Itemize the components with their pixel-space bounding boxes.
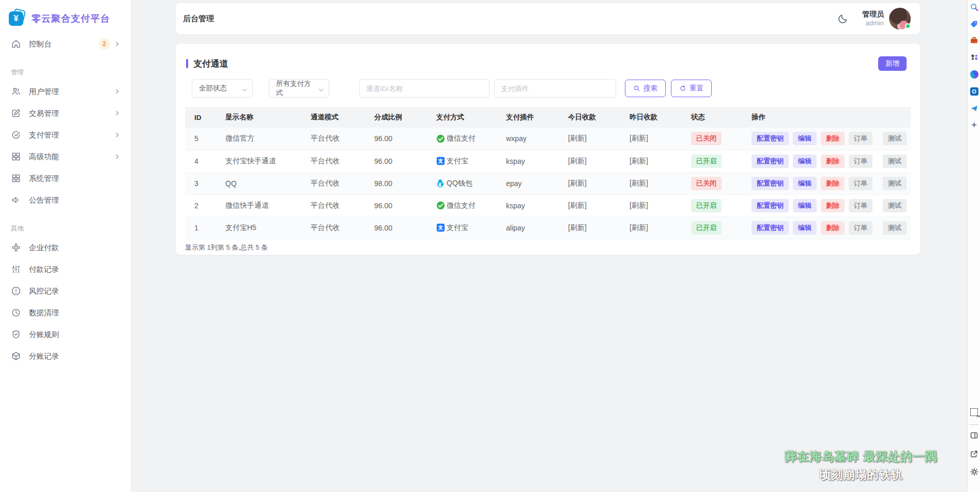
- sidebar-item-dashboard[interactable]: 控制台 2: [0, 33, 131, 55]
- chevron-right-icon: [114, 110, 120, 116]
- subtitle-overlay: 葬在海岛墓碑 最深处的一隅 顷刻崩塌的铁轨: [778, 449, 944, 483]
- page-title: 后台管理: [183, 14, 214, 24]
- sidebar-section-management: 管理: [0, 68, 131, 78]
- channels-table: ID 显示名称 通道模式 分成比例 支付方式 支付插件 今日收款 昨日收款 状态…: [185, 107, 911, 239]
- configure-key-button[interactable]: 配置密钥: [752, 177, 789, 190]
- search-extension-icon[interactable]: [969, 2, 979, 12]
- channel-id-name-input[interactable]: [359, 79, 489, 98]
- add-extension-button[interactable]: +: [969, 120, 979, 130]
- loop-extension-icon[interactable]: [969, 69, 979, 79]
- refresh-yesterday-link[interactable]: [刷新]: [630, 201, 648, 209]
- user-avatar[interactable]: [889, 8, 911, 29]
- refresh-yesterday-link[interactable]: [刷新]: [630, 179, 648, 187]
- test-button[interactable]: 测试: [883, 221, 907, 235]
- user-name: 管理员: [862, 10, 884, 19]
- open-external-icon[interactable]: [969, 449, 979, 459]
- configure-key-button[interactable]: 配置密钥: [752, 155, 789, 168]
- sidebar-item-transaction-management[interactable]: 交易管理: [0, 102, 131, 124]
- table-row: 3 QQ 平台代收 98.00 QQ钱包 epay [刷新] [刷新] 已关闭 …: [185, 172, 911, 194]
- sidebar-item-announcement-management[interactable]: 公告管理: [0, 189, 131, 211]
- refresh-yesterday-link[interactable]: [刷新]: [630, 157, 648, 165]
- wechat-pay-icon: [436, 201, 445, 210]
- test-button[interactable]: 测试: [883, 199, 907, 212]
- refresh-yesterday-link[interactable]: [刷新]: [630, 223, 648, 232]
- sidebar-item-payment-management[interactable]: 支付管理: [0, 124, 131, 146]
- sidebar-item-advanced-features[interactable]: 高级功能: [0, 146, 131, 167]
- cluster-icon: [11, 242, 21, 253]
- chess-extension-icon[interactable]: [969, 52, 979, 62]
- split-view-icon[interactable]: [969, 431, 979, 440]
- plugin-input[interactable]: [494, 79, 616, 98]
- test-button[interactable]: 测试: [883, 132, 907, 145]
- refresh-today-link[interactable]: [刷新]: [568, 201, 587, 209]
- configure-key-button[interactable]: 配置密钥: [752, 199, 789, 212]
- reset-button[interactable]: 重置: [671, 80, 712, 97]
- orders-button[interactable]: 订单: [849, 132, 872, 145]
- briefcase-extension-icon[interactable]: [969, 36, 979, 45]
- grid-icon: [11, 173, 21, 183]
- tag-extension-icon[interactable]: [969, 19, 979, 29]
- chevron-down-icon: [318, 87, 324, 93]
- refresh-today-link[interactable]: [刷新]: [568, 134, 587, 142]
- sidebar-item-user-management[interactable]: 用户管理: [0, 81, 131, 102]
- edit-button[interactable]: 编辑: [793, 199, 817, 212]
- edit-button[interactable]: 编辑: [793, 221, 817, 235]
- chevron-right-icon: [114, 88, 120, 95]
- sidebar-item-split-rules[interactable]: 分账规则: [0, 324, 131, 345]
- test-button[interactable]: 测试: [883, 177, 907, 190]
- search-icon: [633, 85, 640, 92]
- sidebar-section-other: 其他: [0, 224, 131, 234]
- sidebar: ¥ 零云聚合支付平台 控制台 2 管理 用户管理 交易管理 支付管理 高级功能 …: [0, 0, 131, 492]
- status-badge: 已开启: [691, 221, 722, 235]
- delete-button[interactable]: 删除: [821, 155, 845, 168]
- sidebar-item-data-cleanup[interactable]: 数据清理: [0, 302, 131, 324]
- edit-button[interactable]: 编辑: [793, 177, 817, 190]
- delete-button[interactable]: 删除: [821, 199, 845, 212]
- refresh-today-link[interactable]: [刷新]: [568, 223, 587, 232]
- delete-button[interactable]: 删除: [821, 221, 845, 235]
- configure-key-button[interactable]: 配置密钥: [752, 132, 789, 145]
- orders-button[interactable]: 订单: [849, 155, 872, 168]
- edit-button[interactable]: 编辑: [793, 132, 817, 145]
- add-channel-button[interactable]: 新增: [878, 56, 907, 71]
- subtitle-line-1: 葬在海岛墓碑 最深处的一隅: [778, 449, 944, 465]
- telegram-extension-icon[interactable]: [969, 103, 979, 113]
- edit-icon: [11, 108, 21, 118]
- settings-gear-icon[interactable]: [969, 467, 979, 476]
- top-header: 后台管理 管理员 admin: [176, 3, 920, 34]
- payment-channels-panel: 支付通道 新增 全部状态 所有支付方式 搜索 重置: [176, 44, 920, 255]
- brand-title: 零云聚合支付平台: [32, 12, 110, 25]
- chevron-right-icon: [114, 41, 120, 47]
- orders-button[interactable]: 订单: [849, 177, 872, 190]
- orders-button[interactable]: 订单: [849, 221, 872, 235]
- refresh-icon: [679, 85, 686, 92]
- status-badge: 已关闭: [691, 177, 722, 190]
- search-button[interactable]: 搜索: [625, 80, 666, 97]
- test-button[interactable]: 测试: [883, 155, 907, 168]
- screenshot-tool-icon[interactable]: ✂: [969, 407, 979, 417]
- online-status-dot: [905, 23, 911, 29]
- delete-button[interactable]: 删除: [821, 177, 845, 190]
- outlook-extension-icon[interactable]: O: [969, 86, 979, 96]
- configure-key-button[interactable]: 配置密钥: [752, 221, 789, 235]
- refresh-today-link[interactable]: [刷新]: [568, 157, 587, 165]
- orders-button[interactable]: 订单: [849, 199, 872, 212]
- grid-icon: [11, 151, 21, 162]
- extension-bar-divider: [969, 424, 978, 425]
- table-row: 1 支付宝H5 平台代收 96.00 支付宝 alipay [刷新] [刷新] …: [185, 217, 911, 239]
- alipay-icon: [436, 157, 445, 165]
- refresh-yesterday-link[interactable]: [刷新]: [630, 134, 648, 142]
- sidebar-item-enterprise-payment[interactable]: 企业付款: [0, 237, 131, 258]
- sidebar-item-split-records[interactable]: 分账记录: [0, 345, 131, 367]
- sidebar-item-system-management[interactable]: 系统管理: [0, 167, 131, 189]
- sidebar-item-risk-records[interactable]: 风控记录: [0, 280, 131, 302]
- status-filter-select[interactable]: 全部状态: [192, 79, 253, 98]
- edit-button[interactable]: 编辑: [793, 155, 817, 168]
- status-badge: 已开启: [691, 155, 722, 168]
- dark-mode-toggle-moon-icon[interactable]: [837, 13, 849, 24]
- sliders-icon: [11, 264, 21, 274]
- payment-method-filter-select[interactable]: 所有支付方式: [269, 79, 329, 98]
- delete-button[interactable]: 删除: [821, 132, 845, 145]
- refresh-today-link[interactable]: [刷新]: [568, 179, 587, 187]
- sidebar-item-payment-records[interactable]: 付款记录: [0, 258, 131, 280]
